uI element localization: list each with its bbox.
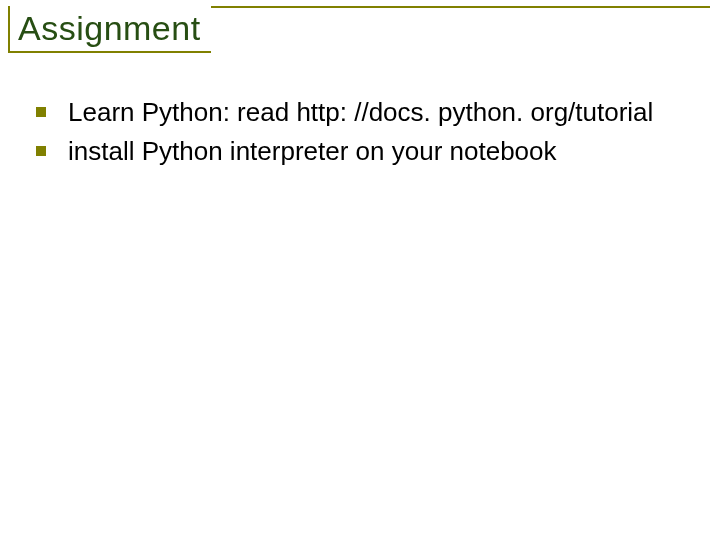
list-item-text: Learn Python: read http: //docs. python.… (68, 96, 653, 129)
title-container: Assignment (8, 6, 211, 53)
square-bullet-icon (36, 107, 46, 117)
list-item: Learn Python: read http: //docs. python.… (36, 96, 684, 129)
body: Learn Python: read http: //docs. python.… (36, 96, 684, 173)
list-item-text: install Python interpreter on your noteb… (68, 135, 557, 168)
slide-title: Assignment (18, 10, 207, 47)
square-bullet-icon (36, 146, 46, 156)
slide: Assignment Learn Python: read http: //do… (0, 0, 720, 540)
list-item: install Python interpreter on your noteb… (36, 135, 684, 168)
